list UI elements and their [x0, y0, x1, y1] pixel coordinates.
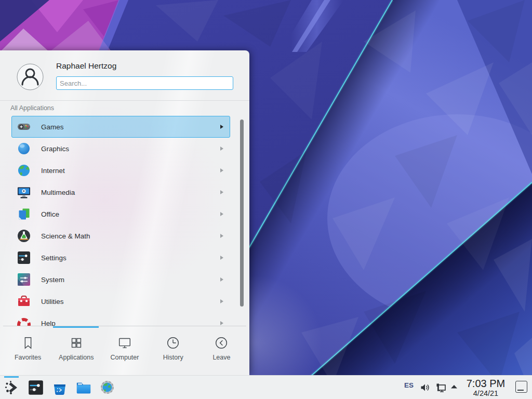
tab-history[interactable]: History	[149, 329, 197, 374]
globe-icon	[17, 164, 31, 177]
submenu-arrow-icon	[220, 125, 223, 129]
category-row-settings[interactable]: Settings	[11, 247, 230, 269]
category-row-multimedia[interactable]: Multimedia	[11, 181, 230, 203]
application-launcher-popup: Raphael Hertzog All Applications Games	[0, 50, 249, 375]
submenu-arrow-icon	[220, 277, 223, 282]
scrollbar[interactable]	[240, 119, 244, 307]
tab-label: Favorites	[15, 354, 41, 361]
category-row-utilities[interactable]: Utilities	[11, 290, 230, 312]
volume-icon[interactable]	[420, 382, 430, 393]
search-input[interactable]	[56, 76, 233, 90]
submenu-arrow-icon	[220, 190, 223, 194]
documents-icon	[17, 207, 31, 221]
paint-sphere-icon	[17, 142, 31, 155]
submenu-arrow-icon	[220, 147, 223, 151]
tab-computer[interactable]: Computer	[100, 329, 149, 374]
tab-label: Leave	[212, 354, 230, 361]
category-label: Internet	[41, 167, 65, 175]
taskbar-panel: ES 7:03 PM 4/24/21	[0, 375, 532, 399]
category-label: Utilities	[41, 298, 64, 305]
clock-time: 7:03 PM	[461, 378, 510, 389]
category-row-internet[interactable]: Internet	[11, 159, 230, 181]
category-label: Settings	[41, 254, 66, 262]
kickoff-icon[interactable]	[4, 380, 20, 395]
desktop: Raphael Hertzog All Applications Games	[0, 0, 532, 399]
category-label: Graphics	[41, 145, 69, 153]
category-row-system[interactable]: System	[11, 269, 230, 290]
clock-widget[interactable]: 7:03 PM 4/24/21	[461, 378, 510, 397]
category-label: Multimedia	[41, 189, 75, 196]
folder-icon[interactable]	[76, 380, 91, 395]
tab-favorites[interactable]: Favorites	[4, 329, 52, 374]
flask-icon	[17, 229, 31, 243]
help-buoy-icon	[17, 316, 31, 326]
sliders-icon	[17, 251, 31, 264]
submenu-arrow-icon	[220, 321, 223, 325]
show-desktop-button[interactable]	[515, 381, 527, 393]
submenu-arrow-icon	[220, 234, 223, 238]
user-avatar-icon[interactable]	[17, 63, 44, 90]
monitor-icon	[117, 335, 132, 351]
app-grid-icon	[69, 335, 84, 351]
tab-label: Computer	[111, 354, 139, 361]
leave-icon	[214, 335, 229, 351]
active-tab-indicator	[53, 326, 99, 328]
submenu-arrow-icon	[220, 299, 223, 303]
category-row-science-math[interactable]: Science & Math	[11, 225, 230, 247]
launcher-tab-bar: Favorites Applications Computer	[4, 329, 246, 374]
section-label: All Applications	[10, 104, 54, 112]
tab-applications[interactable]: Applications	[52, 329, 100, 374]
system-sliders-icon	[17, 273, 31, 286]
tabbar-divider	[3, 326, 246, 326]
header-divider	[0, 100, 249, 101]
network-icon[interactable]	[435, 382, 447, 394]
clock-date: 4/24/21	[461, 389, 510, 397]
show-desktop-line	[517, 390, 524, 391]
submenu-arrow-icon	[220, 168, 223, 172]
keyboard-layout-indicator[interactable]: ES	[404, 381, 414, 389]
tab-label: History	[163, 354, 183, 361]
clock-icon	[165, 335, 181, 351]
category-label: System	[41, 276, 64, 284]
discover-bag-icon[interactable]	[52, 380, 68, 395]
category-label: Science & Math	[41, 232, 90, 240]
submenu-arrow-icon	[220, 212, 223, 216]
media-screen-icon	[17, 185, 31, 199]
category-label: Office	[41, 210, 59, 218]
category-row-games[interactable]: Games	[11, 116, 230, 138]
toolbox-icon	[17, 295, 31, 308]
category-label: Help	[41, 320, 56, 326]
tab-leave[interactable]: Leave	[197, 329, 246, 374]
category-row-office[interactable]: Office	[11, 203, 230, 225]
category-list: Games Graphics	[11, 116, 230, 326]
gamepad-icon	[17, 120, 31, 134]
tab-label: Applications	[59, 354, 94, 361]
globe-gear-icon[interactable]	[100, 380, 114, 394]
settings-sliders-icon[interactable]	[28, 380, 44, 395]
category-row-help[interactable]: Help	[11, 312, 230, 326]
bookmark-icon	[20, 335, 36, 351]
launcher-active-indicator	[4, 376, 19, 378]
user-name: Raphael Hertzog	[56, 61, 116, 71]
category-row-graphics[interactable]: Graphics	[11, 138, 230, 159]
expand-caret-icon[interactable]	[450, 384, 458, 389]
category-label: Games	[41, 123, 64, 131]
submenu-arrow-icon	[220, 256, 223, 260]
